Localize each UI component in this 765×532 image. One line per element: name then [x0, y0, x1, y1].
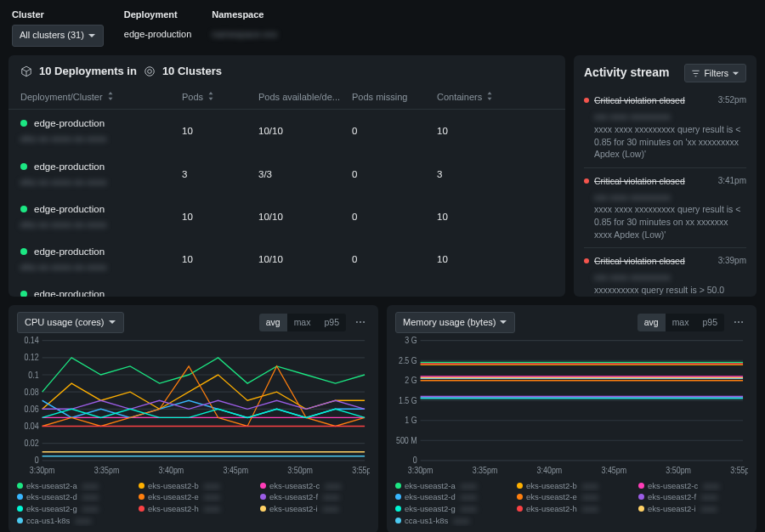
legend-dot — [260, 506, 266, 512]
svg-point-1 — [148, 70, 152, 74]
row-missing: 0 — [352, 167, 437, 181]
legend-item[interactable]: eks-useast2-ixxxx — [260, 503, 370, 514]
activity-item-title: Critical violation closed — [594, 94, 713, 107]
legend-label: eks-useast2-d — [405, 492, 456, 503]
row-name: edge-production — [34, 160, 105, 173]
activity-title: Activity stream — [584, 65, 669, 82]
legend-label: eks-useast2-g — [405, 503, 456, 514]
col-missing[interactable]: Pods missing — [352, 91, 437, 104]
svg-text:3:30pm: 3:30pm — [408, 466, 434, 476]
target-icon — [144, 65, 156, 77]
table-row[interactable]: edge-production eks xx-xxxx-xx-xxxx 10 1… — [8, 110, 565, 152]
legend-item[interactable]: eks-useast2-exxxx — [139, 492, 248, 503]
cpu-more-button[interactable] — [351, 313, 370, 331]
mem-metric-dropdown[interactable]: Memory usage (bytes) — [395, 312, 515, 333]
svg-point-3 — [360, 321, 361, 323]
mem-agg-toggle[interactable]: avgmaxp95 — [638, 314, 724, 331]
chevron-down-icon — [108, 318, 116, 326]
legend-label: eks-useast2-e — [526, 492, 577, 503]
agg-option-max[interactable]: max — [666, 314, 696, 331]
activity-item[interactable]: Critical violation closed 3:41pm xxx xxx… — [584, 167, 746, 247]
legend-item[interactable]: eks-useast2-axxxx — [395, 480, 505, 491]
row-containers: 10 — [437, 210, 522, 224]
severity-dot — [584, 258, 589, 263]
svg-text:0.12: 0.12 — [24, 353, 38, 363]
legend-item[interactable]: cca-us1-k8sxxxx — [395, 515, 505, 526]
activity-item-time: 3:52pm — [718, 94, 746, 106]
svg-text:3:40pm: 3:40pm — [159, 466, 184, 476]
svg-text:3:35pm: 3:35pm — [94, 466, 120, 476]
legend-item[interactable]: eks-useast2-bxxxx — [139, 480, 248, 491]
svg-text:0: 0 — [35, 456, 39, 466]
legend-dot — [395, 494, 401, 500]
legend-label: eks-useast2-d — [26, 492, 77, 503]
legend-item[interactable]: eks-useast2-bxxxx — [517, 480, 626, 491]
row-pods: 10 — [182, 252, 258, 266]
svg-text:0: 0 — [413, 456, 417, 466]
table-row[interactable]: edge-production eks xx-xxxx-xx-xxxx 10 1… — [8, 195, 565, 238]
col-name[interactable]: Deployment/Cluster — [20, 91, 182, 104]
legend-item[interactable]: eks-useast2-hxxxx — [139, 503, 248, 514]
chevron-down-icon — [732, 70, 740, 77]
legend-dot — [139, 494, 144, 500]
legend-item[interactable]: eks-useast2-hxxxx — [517, 503, 626, 514]
legend-item[interactable]: eks-useast2-exxxx — [517, 492, 626, 503]
col-containers[interactable]: Containers — [437, 91, 522, 104]
legend-item[interactable]: eks-useast2-axxxx — [17, 480, 127, 491]
activity-filters-button[interactable]: Filters — [684, 64, 746, 83]
mem-more-button[interactable] — [729, 313, 748, 331]
col-pods[interactable]: Pods — [182, 91, 258, 104]
agg-option-avg[interactable]: avg — [259, 314, 287, 331]
chevron-down-icon — [88, 31, 96, 40]
namespace-filter-label: Namespace — [212, 8, 277, 21]
legend-item[interactable]: eks-useast2-gxxxx — [395, 503, 505, 514]
legend-item[interactable]: eks-useast2-ixxxx — [638, 503, 748, 514]
legend-item[interactable]: eks-useast2-gxxxx — [17, 503, 127, 514]
dots-horizontal-icon — [354, 316, 366, 328]
legend-label: eks-useast2-e — [148, 492, 199, 503]
cpu-chart[interactable]: 00.020.040.060.080.10.120.143:30pm3:35pm… — [17, 337, 370, 477]
svg-text:2.5 G: 2.5 G — [399, 355, 417, 365]
row-name: edge-production — [34, 202, 105, 216]
legend-label: eks-useast2-h — [148, 503, 199, 514]
agg-option-p95[interactable]: p95 — [695, 314, 724, 331]
svg-text:3:50pm: 3:50pm — [287, 466, 313, 476]
activity-item[interactable]: Critical violation closed 3:52pm xxx xxx… — [584, 88, 746, 167]
mem-chart[interactable]: 0500 M1 G1.5 G2 G2.5 G3 G3:30pm3:35pm3:4… — [395, 337, 748, 477]
table-row[interactable]: edge-production eks xx-xxxx-xx-xxxx 10 1… — [8, 280, 565, 297]
agg-option-avg[interactable]: avg — [638, 314, 666, 331]
cpu-legend: eks-useast2-axxxxeks-useast2-bxxxxeks-us… — [17, 480, 370, 526]
legend-dot — [17, 483, 23, 489]
legend-item[interactable]: cca-us1-k8sxxxx — [17, 515, 127, 526]
row-missing: 0 — [352, 124, 437, 138]
svg-text:0.08: 0.08 — [24, 387, 38, 397]
agg-option-p95[interactable]: p95 — [317, 314, 346, 331]
svg-text:3:55pm: 3:55pm — [730, 466, 748, 476]
legend-dot — [139, 506, 144, 512]
legend-label: cca-us1-k8s — [26, 515, 70, 526]
legend-item[interactable]: eks-useast2-fxxxx — [638, 492, 748, 503]
legend-item[interactable]: eks-useast2-dxxxx — [17, 492, 127, 503]
cpu-metric-dropdown[interactable]: CPU usage (cores) — [17, 312, 124, 333]
legend-label: eks-useast2-a — [26, 480, 77, 491]
table-row[interactable]: edge-production eks xx-xxxx-xx-xxxx 3 3/… — [8, 153, 565, 195]
legend-item[interactable]: eks-useast2-cxxxx — [260, 480, 370, 491]
legend-dot — [638, 506, 644, 512]
legend-label: eks-useast2-c — [269, 480, 320, 491]
row-containers: 10 — [437, 252, 522, 266]
legend-item[interactable]: eks-useast2-fxxxx — [260, 492, 370, 503]
legend-item[interactable]: eks-useast2-cxxxx — [638, 480, 748, 491]
agg-option-max[interactable]: max — [287, 314, 318, 331]
col-avail[interactable]: Pods available/de... — [258, 91, 352, 104]
legend-item[interactable]: eks-useast2-dxxxx — [395, 492, 505, 503]
table-row[interactable]: edge-production eks xx-xxxx-xx-xxxx 10 1… — [8, 238, 565, 280]
activity-item[interactable]: Critical violation closed 3:39pm xxx xxx… — [584, 247, 746, 296]
svg-text:3 G: 3 G — [405, 337, 416, 345]
legend-dot — [638, 494, 644, 500]
deployment-filter-label: Deployment — [124, 8, 192, 21]
mem-chart-card: Memory usage (bytes) avgmaxp95 0500 M1 G… — [387, 305, 756, 532]
row-avail: 10/10 — [258, 210, 352, 224]
cluster-dropdown[interactable]: All clusters (31) — [12, 25, 104, 46]
row-name: edge-production — [34, 287, 105, 297]
cpu-agg-toggle[interactable]: avgmaxp95 — [259, 314, 346, 331]
